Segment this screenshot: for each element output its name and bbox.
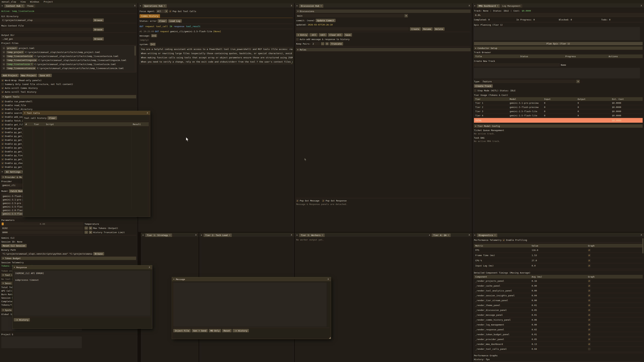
focus-agent-combo[interactable]: All▼ — [156, 9, 168, 13]
agent-tool-row[interactable]: ✔ Enable run_powershell — [1, 99, 136, 103]
collapse-icon[interactable]: ▼ — [473, 233, 476, 237]
graph-checkbox[interactable]: ✔ — [588, 304, 590, 307]
roles-header[interactable]: ▶Roles — [296, 48, 470, 51]
collapse-icon[interactable]: ▼ — [24, 112, 25, 114]
graph-checkbox[interactable]: ✔ — [588, 333, 590, 336]
close-icon[interactable]: X — [468, 4, 470, 7]
graph-checkbox[interactable]: ✔ — [588, 328, 590, 331]
pop-out-response-option[interactable]: ✔Pop Out Response — [322, 199, 346, 202]
menu-item[interactable]: manual_slop — [2, 0, 16, 3]
collapse-icon[interactable]: ▼ — [1, 4, 4, 7]
project-file-row[interactable]: x temp_liveaisettingssim C:\projects\man… — [2, 58, 135, 62]
entry-action-button[interactable]: -All — [310, 33, 318, 36]
collapse-icon[interactable]: ▼ — [200, 233, 203, 237]
close-icon[interactable]: X — [149, 266, 150, 269]
tab-ai-settings[interactable]: AI SettingsX — [4, 170, 25, 174]
graph-checkbox[interactable]: ✔ — [588, 338, 590, 341]
project-file-chip[interactable]: temp_liveaisettingssim — [6, 59, 38, 62]
tool-calls-clear-button[interactable]: Clear — [48, 116, 57, 120]
delete-discussion-button[interactable]: Delete — [434, 27, 444, 31]
close-icon[interactable]: X — [291, 4, 292, 7]
system-text-box[interactable]: You are a helpful coding assistant with … — [140, 47, 293, 64]
history-limit-minus[interactable]: - — [84, 231, 88, 234]
project-file-chip[interactable]: temp_liveexecutionsim — [6, 67, 36, 70]
update-commit-button[interactable]: Update Commit — [316, 19, 336, 22]
enable-profiling-option[interactable]: ✔Enable Profiling — [502, 239, 527, 241]
comms-clear-button[interactable]: Clear — [158, 19, 167, 23]
remove-file-button[interactable]: x — [2, 67, 5, 69]
agent-tools-header[interactable]: ▼Agent Tools — [1, 95, 136, 98]
tab-tier4-qa[interactable]: Tier 4: QAX — [432, 233, 451, 237]
tab-context-hub[interactable]: Context HubX — [4, 4, 25, 8]
project-file-row[interactable]: x temp_livetoolssim * C:\projects\manual… — [2, 62, 135, 66]
tab-operations-hub[interactable]: Operations HubX — [142, 4, 167, 8]
binary-path-input[interactable]: "C:\projects\manual_slop\.venv\Scripts\p… — [1, 252, 92, 255]
checkbox[interactable]: ✔ — [1, 112, 4, 114]
graph-checkbox[interactable]: ✔ — [588, 319, 590, 321]
pop-out-tool-calls-option[interactable]: ✔Pop Out Tool Calls — [169, 10, 196, 12]
graph-checkbox[interactable]: ✔ — [588, 254, 590, 257]
max-tokens-input[interactable]: 8192 — [1, 226, 84, 230]
checkbox[interactable]: ✔ — [1, 119, 4, 122]
project-file-chip[interactable]: project — [6, 46, 18, 50]
diagnostics-scrollbar[interactable] — [642, 238, 644, 253]
project-action-button[interactable]: Add Project — [1, 74, 19, 77]
menu-item[interactable]: Project — [44, 0, 53, 3]
checkbox[interactable]: ✔ — [1, 143, 4, 145]
checkbox[interactable]: ✔ — [1, 108, 4, 110]
project-file-row[interactable]: x temp_project C:\projects\manual_slop\t… — [2, 50, 135, 54]
tab-tier3-workers[interactable]: Tier 3: WorkersX — [299, 233, 325, 237]
project-action-button[interactable]: New Project — [20, 74, 37, 77]
track-type-combo[interactable]: feature▼ — [482, 80, 580, 83]
checkbox[interactable]: ✔ — [1, 87, 4, 89]
remove-file-button[interactable]: x — [2, 59, 5, 61]
graph-checkbox[interactable]: ✔ — [588, 285, 590, 287]
tab-diagnostics[interactable]: DiagnosticsX — [477, 233, 497, 237]
system-expand-button[interactable]: [+] — [150, 43, 156, 46]
remove-file-button[interactable]: x — [2, 63, 5, 65]
checkbox[interactable]: ✔ — [1, 79, 4, 82]
files-scrollbar[interactable] — [134, 46, 136, 56]
token-budget-header[interactable]: ▼Token Budget — [1, 257, 136, 260]
response-textarea[interactable]: [GEMINI_CLI API ERROR]subprocess timeout — [14, 271, 150, 316]
close-icon[interactable]: X — [641, 234, 642, 236]
checkbox[interactable]: ✔ — [1, 162, 4, 164]
checkbox[interactable]: ✔ — [1, 123, 4, 126]
checkbox[interactable]: ✔ — [1, 131, 4, 134]
auto-add-option[interactable]: ✔Auto-add message & response to history — [296, 38, 470, 40]
graph-checkbox[interactable]: ✔ — [588, 265, 590, 267]
graph-checkbox[interactable]: ✔ — [588, 343, 590, 346]
checkbox[interactable]: ✔ — [1, 135, 4, 137]
close-icon[interactable]: X — [195, 234, 196, 236]
track-description-textarea[interactable] — [474, 68, 640, 78]
message-action-button[interactable]: Inject File — [173, 329, 191, 332]
discussions-header[interactable]: ▼Discussions — [296, 9, 470, 13]
message-action-button[interactable]: MD Only — [209, 329, 221, 332]
keep-pairs-input[interactable]: 2 — [312, 42, 320, 45]
main-context-file-input[interactable] — [1, 28, 92, 31]
entry-action-button[interactable]: Save — [344, 33, 352, 36]
entry-action-button[interactable]: Clear All — [328, 33, 343, 36]
option-checkbox-row[interactable]: ✔ Auto-scroll Tool History — [1, 90, 136, 94]
checkbox[interactable]: ✔ — [1, 139, 4, 141]
rename-discussion-button[interactable]: Rename — [422, 27, 433, 31]
output-dir-input[interactable]: ./md_gen — [1, 37, 92, 40]
message-action-button[interactable]: Gen + Send — [192, 329, 208, 332]
plan-epic-button[interactable]: Plan Epic (Tier 1) — [474, 42, 643, 45]
checkbox[interactable]: ✔ — [1, 158, 4, 161]
tab-mma-dashboard[interactable]: MMA DashboardX — [477, 4, 500, 8]
checkbox[interactable]: ✔ — [1, 116, 4, 118]
project-file-row[interactable]: x project project.toml — [2, 46, 135, 50]
system-text-scrollbar[interactable] — [291, 63, 292, 64]
project-action-button[interactable]: Save All — [38, 74, 52, 77]
close-icon[interactable]: X — [291, 234, 292, 236]
message-expand-button[interactable]: [+] — [151, 34, 157, 37]
menu-item[interactable]: Windows — [30, 0, 39, 3]
project-file-chip[interactable]: temp_livetoolssim * — [6, 63, 34, 66]
checkbox[interactable]: ✔ — [1, 100, 4, 103]
project-file-row[interactable]: x temp_livecontextsim C:\projects\manual… — [2, 54, 135, 58]
step-mode-option[interactable]: ✔Step Mode (HITL) Status: IDLE — [474, 89, 643, 92]
graph-checkbox[interactable]: ✔ — [588, 324, 590, 326]
close-icon[interactable]: X — [468, 234, 470, 236]
project-file-chip[interactable]: temp_livecontextsim — [6, 55, 34, 58]
